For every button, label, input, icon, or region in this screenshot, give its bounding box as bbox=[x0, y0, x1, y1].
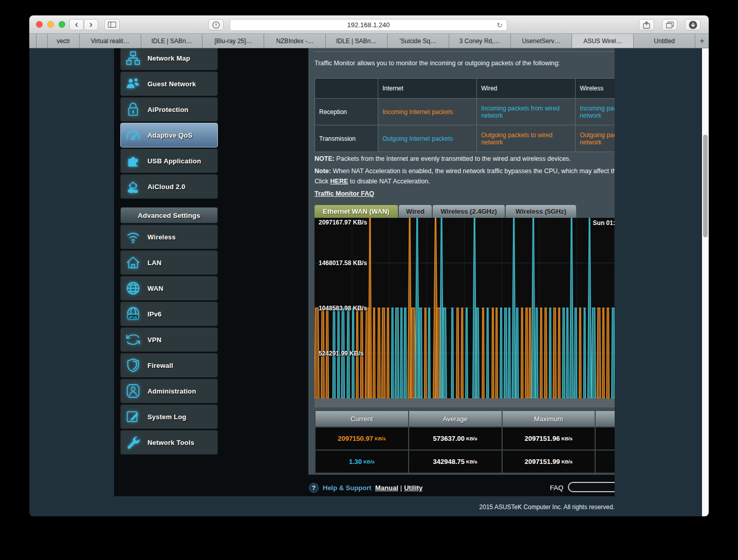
browser-tab-3-coney-rd-[interactable]: 3 Coney Rd,… bbox=[449, 34, 511, 48]
transmission-spike bbox=[476, 308, 479, 399]
tab-label: Untitled bbox=[654, 38, 675, 45]
sidebar-toggle-button[interactable] bbox=[104, 19, 120, 30]
downloads-button[interactable] bbox=[685, 19, 700, 30]
tab-label: NZBIndex -… bbox=[276, 38, 313, 45]
disable-nat-link[interactable]: HERE bbox=[330, 178, 348, 185]
close-window-button[interactable] bbox=[36, 21, 43, 28]
minimize-window-button[interactable] bbox=[47, 21, 54, 28]
browser-tab-virtual-realit-[interactable]: Virtual realit… bbox=[80, 34, 141, 48]
sidebar-item-label: USB Application bbox=[147, 157, 201, 165]
chart-tab-wireless-2-4ghz-[interactable]: Wireless (2.4GHz) bbox=[433, 205, 505, 218]
manual-link[interactable]: Manual bbox=[375, 484, 398, 492]
reception-spike bbox=[492, 308, 494, 399]
browser-tab-usenetserv-[interactable]: UsenetServ… bbox=[511, 34, 573, 48]
browser-tab-stub-0[interactable] bbox=[29, 34, 36, 48]
transmission-spike bbox=[395, 308, 399, 399]
traffic-row-label: Reception bbox=[315, 99, 378, 125]
utility-link[interactable]: Utility bbox=[404, 484, 422, 492]
tab-label: Virtual realit… bbox=[91, 38, 130, 45]
traffic-cell: Incoming packets from wireless network bbox=[576, 99, 615, 125]
sidebar-item-network-map[interactable]: Network Map bbox=[120, 48, 218, 70]
chart-tab-ethernet-wan-wan-[interactable]: Ethernet WAN (WAN) bbox=[315, 205, 398, 218]
tab-overview-button[interactable] bbox=[662, 19, 677, 30]
sidebar-item-lan[interactable]: LAN bbox=[120, 250, 218, 275]
sidebar-item-vpn[interactable]: VPN bbox=[120, 327, 218, 352]
sidebar-item-administration[interactable]: Administration bbox=[120, 379, 218, 403]
traffic-explanation-table: InternetWiredWirelessReceptionIncoming I… bbox=[315, 78, 615, 152]
chart-tab-wireless-5ghz-[interactable]: Wireless (5GHz) bbox=[506, 205, 576, 218]
cloud-home-icon bbox=[124, 178, 142, 195]
help-support-label: Help & Support bbox=[323, 484, 372, 492]
traffic-stats-table: CurrentAverageMaximumTotal2097150.97KB/s… bbox=[315, 410, 615, 474]
reception-spike bbox=[378, 308, 380, 399]
sidebar-item-firewall[interactable]: Firewall bbox=[120, 353, 218, 378]
sidebar-item-aicloud-2-0[interactable]: AiCloud 2.0 bbox=[120, 174, 218, 199]
router-page: Network MapGuest NetworkAiProtectionAdap… bbox=[29, 48, 709, 516]
sidebar-item-adaptive-qos[interactable]: Adaptive QoS bbox=[120, 123, 218, 147]
sidebar-item-label: LAN bbox=[147, 259, 161, 267]
forward-button[interactable]: › bbox=[84, 19, 98, 30]
sidebar-item-label: Administration bbox=[147, 387, 196, 395]
downloads-icon bbox=[689, 21, 697, 29]
transmission-spike bbox=[512, 218, 515, 398]
reload-icon[interactable]: ↻ bbox=[496, 21, 503, 29]
browser-tab-vectr[interactable]: vectr bbox=[48, 34, 80, 48]
svg-text:IPv6: IPv6 bbox=[129, 315, 137, 320]
reception-spike bbox=[387, 308, 389, 399]
network-map-icon bbox=[124, 49, 142, 67]
browser-tab-idle-sabn-[interactable]: IDLE | SABn… bbox=[141, 34, 203, 48]
browser-tab--blu-ray-25-[interactable]: [Blu-ray 25]… bbox=[202, 34, 264, 48]
advanced-settings-header: Advanced Settings bbox=[120, 207, 218, 223]
wifi-icon bbox=[124, 228, 142, 246]
help-support[interactable]: ? Help & Support bbox=[309, 483, 372, 493]
traffic-table-row: TransmissionOutgoing Internet packetsOut… bbox=[315, 125, 615, 152]
chart-tab-wired[interactable]: Wired bbox=[399, 205, 432, 218]
new-tab-button[interactable]: + bbox=[695, 34, 709, 48]
shield-icon bbox=[124, 357, 142, 374]
transmission-spike bbox=[575, 308, 577, 399]
puzzle-icon bbox=[124, 152, 142, 170]
traffic-cell: Incoming Internet packets bbox=[378, 99, 477, 125]
transmission-spike bbox=[428, 308, 430, 399]
globe-icon bbox=[124, 279, 142, 297]
traffic-cell: Outgoing packets to wireless network bbox=[576, 125, 615, 152]
browser-tab-nzbindex-[interactable]: NZBIndex -… bbox=[264, 34, 326, 48]
sidebar-item-network-tools[interactable]: Network Tools bbox=[120, 430, 218, 455]
traffic-monitor-faq-link[interactable]: Traffic Monitor FAQ bbox=[315, 190, 374, 197]
chart-tab-bar: Ethernet WAN (WAN)WiredWireless (2.4GHz)… bbox=[315, 205, 576, 218]
lock-icon bbox=[124, 101, 142, 118]
sidebar-item-label: AiProtection bbox=[147, 106, 189, 114]
browser-tab--suicide-sq-[interactable]: 'Suicide Sq… bbox=[388, 34, 449, 48]
browser-tab-untitled[interactable]: Untitled bbox=[634, 34, 695, 48]
sidebar-item-wan[interactable]: WAN bbox=[120, 276, 218, 301]
sidebar-nav: Network MapGuest NetworkAiProtectionAdap… bbox=[120, 48, 218, 456]
transmission-spike bbox=[400, 308, 402, 399]
transmission-spike bbox=[536, 308, 538, 399]
share-button[interactable] bbox=[639, 19, 654, 30]
reception-spike bbox=[425, 308, 427, 399]
sidebar-item-label: Wireless bbox=[147, 233, 176, 241]
sidebar-item-usb-application[interactable]: USB Application bbox=[120, 148, 218, 173]
back-button[interactable]: ‹ bbox=[69, 19, 84, 30]
sidebar-item-guest-network[interactable]: Guest Network bbox=[120, 71, 218, 96]
browser-tab-idle-sabn-[interactable]: IDLE | SABn… bbox=[326, 34, 388, 48]
tab-label: [Blu-ray 25]… bbox=[214, 38, 252, 45]
tab-label: 3 Coney Rd,… bbox=[459, 38, 500, 45]
extension-button[interactable] bbox=[208, 19, 224, 30]
scrollbar-track[interactable] bbox=[702, 48, 709, 516]
sidebar-item-aiprotection[interactable]: AiProtection bbox=[120, 97, 218, 122]
tab-overview-icon bbox=[666, 22, 674, 28]
sidebar-item-ipv6[interactable]: IPv6IPv6 bbox=[120, 302, 218, 326]
sidebar-item-system-log[interactable]: System Log bbox=[120, 404, 218, 429]
faq-search-input[interactable] bbox=[568, 482, 615, 492]
zoom-window-button[interactable] bbox=[59, 21, 65, 28]
browser-tab-asus-wirel-[interactable]: ASUS Wirel… bbox=[572, 34, 634, 48]
house-icon bbox=[124, 254, 142, 271]
traffic-table-header: Wired bbox=[477, 79, 576, 99]
sidebar-item-wireless[interactable]: Wireless bbox=[120, 225, 218, 249]
browser-tab-stub-1[interactable] bbox=[36, 34, 48, 48]
address-bar[interactable]: 192.168.1.240 ↻ bbox=[230, 19, 507, 31]
lock-icon bbox=[124, 100, 142, 119]
sidebar-item-label: IPv6 bbox=[147, 310, 162, 318]
scrollbar-thumb[interactable] bbox=[703, 135, 708, 237]
